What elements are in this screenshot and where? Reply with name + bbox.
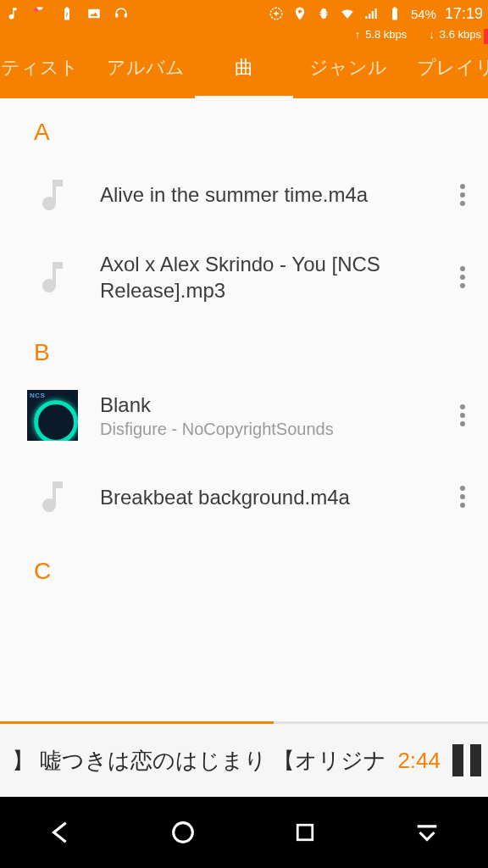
tabs: ティスト アルバム 曲 ジャンル プレイリ: [0, 41, 488, 95]
music-note-icon: [27, 170, 78, 220]
song-titles: Axol x Alex Skrindo - You [NCS Release].…: [100, 251, 447, 303]
tabs-header: ↑5.8 kbps ↓3.6 kbps ティスト アルバム 曲 ジャンル プレイ…: [0, 27, 488, 98]
now-playing-bar[interactable]: 】 嘘つきは恋のはじまり 【オリジナ 2:44: [0, 724, 488, 797]
android-navbar: [0, 797, 488, 868]
more-vertical-icon: [460, 184, 465, 206]
song-titles: Alive in the summer time.m4a: [100, 181, 447, 208]
music-icon: [5, 6, 20, 21]
pause-icon: [452, 744, 463, 776]
tab-playlist[interactable]: プレイリ: [403, 55, 488, 81]
more-vertical-icon: [460, 404, 465, 426]
section-header: C: [0, 537, 488, 593]
signal-icon: [363, 6, 379, 21]
clock: 17:19: [445, 5, 483, 23]
more-button[interactable]: [447, 184, 478, 206]
network-speed-row: ↑5.8 kbps ↓3.6 kbps: [0, 27, 488, 41]
music-note-icon: [27, 252, 78, 303]
more-vertical-icon: [460, 486, 465, 508]
svg-rect-1: [88, 9, 100, 19]
recent-button[interactable]: [286, 814, 324, 851]
more-vertical-icon: [460, 266, 465, 288]
dropdown-button[interactable]: [408, 814, 446, 851]
song-title: Axol x Alex Skrindo - You [NCS Release].…: [100, 251, 447, 303]
now-playing-title: 】 嘘つきは恋のはじまり 【オリジナ: [12, 746, 385, 776]
battery-icon: [387, 6, 402, 21]
tab-indicator: [195, 96, 293, 99]
list-item[interactable]: Axol x Alex Skrindo - You [NCS Release].…: [0, 236, 488, 319]
wifi-icon: [340, 6, 355, 21]
song-titles: Breakbeat background.m4a: [100, 484, 447, 510]
svg-rect-4: [297, 825, 313, 840]
back-button[interactable]: [42, 814, 80, 851]
progress-fill: [0, 721, 274, 724]
notification-icon: [32, 6, 47, 21]
pause-button[interactable]: [452, 744, 481, 776]
section-header: A: [0, 98, 488, 154]
gallery-icon: [86, 6, 102, 21]
album-cover: [27, 390, 78, 441]
now-playing-time: 2:44: [397, 748, 441, 774]
song-title: Breakbeat background.m4a: [100, 484, 447, 510]
bug-icon: [316, 6, 331, 21]
battery-percent: 54%: [411, 7, 436, 21]
status-right-icons: 54% 17:19: [269, 5, 483, 23]
song-title: Alive in the summer time.m4a: [100, 181, 447, 208]
tab-songs[interactable]: 曲: [195, 55, 293, 81]
pause-icon: [470, 744, 481, 776]
list-item[interactable]: Breakbeat background.m4a: [0, 456, 488, 537]
tab-genre[interactable]: ジャンル: [293, 55, 403, 81]
location-icon: [292, 6, 308, 21]
home-button[interactable]: [164, 814, 202, 851]
svg-point-0: [34, 8, 38, 12]
tab-album[interactable]: アルバム: [93, 55, 195, 81]
section-header: B: [0, 319, 488, 375]
download-speed: ↓3.6 kbps: [429, 28, 481, 41]
song-list[interactable]: A Alive in the summer time.m4a Axol x Al…: [0, 98, 488, 593]
battery-app-icon: [59, 6, 75, 21]
more-button[interactable]: [447, 266, 478, 288]
song-titles: Blank Disfigure - NoCopyrightSounds: [100, 392, 447, 439]
status-bar: 54% 17:19: [0, 0, 488, 27]
tab-artist[interactable]: ティスト: [0, 55, 93, 81]
add-circle-icon: [269, 6, 284, 21]
music-note-icon: [27, 471, 78, 522]
headphones-icon: [114, 6, 129, 21]
song-subtitle: Disfigure - NoCopyrightSounds: [100, 420, 447, 439]
more-button[interactable]: [447, 404, 478, 426]
upload-speed: ↑5.8 kbps: [355, 28, 408, 41]
song-title: Blank: [100, 392, 447, 418]
status-left-icons: [5, 6, 129, 21]
list-item[interactable]: Blank Disfigure - NoCopyrightSounds: [0, 375, 488, 456]
more-button[interactable]: [447, 486, 478, 508]
svg-point-3: [174, 823, 193, 843]
list-item[interactable]: Alive in the summer time.m4a: [0, 154, 488, 236]
